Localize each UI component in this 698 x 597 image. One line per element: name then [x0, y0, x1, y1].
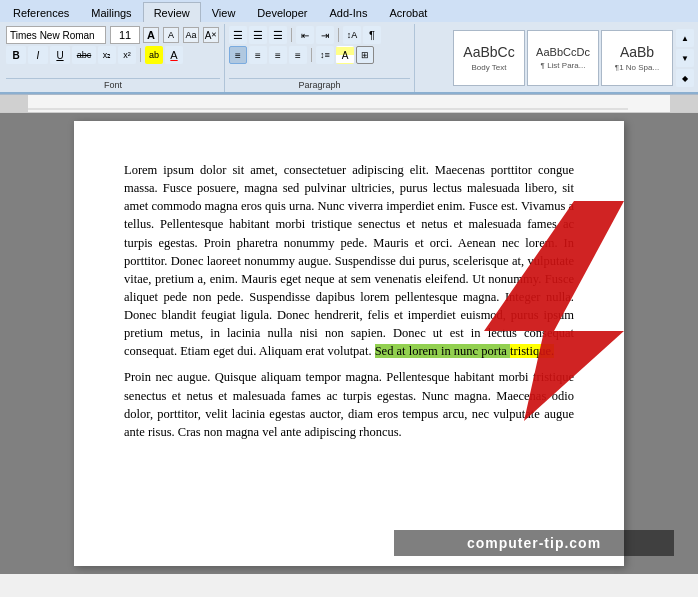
- pilcrow-button[interactable]: ¶: [363, 26, 381, 44]
- tab-review[interactable]: Review: [143, 2, 201, 22]
- paragraph-section: ☰ ☰ ☰ ⇤ ⇥ ↕A ¶ ≡ ≡ ≡ ≡ ↕≡: [225, 24, 415, 92]
- style-no-spacing-label: ¶1 No Spa...: [615, 63, 659, 72]
- increase-indent-button[interactable]: ⇥: [316, 26, 334, 44]
- styles-scroll-up[interactable]: ▲: [676, 29, 694, 47]
- style-list-para-label: ¶ List Para...: [541, 61, 586, 70]
- multilevel-list-button[interactable]: ☰: [269, 26, 287, 44]
- superscript-button[interactable]: x²: [118, 46, 136, 64]
- bold-button[interactable]: B: [6, 46, 26, 64]
- shrink-font-button[interactable]: A: [163, 27, 179, 43]
- paragraph-section-label: Paragraph: [229, 78, 410, 90]
- change-case-button[interactable]: Aa: [183, 27, 199, 43]
- subscript-button[interactable]: x₂: [98, 46, 116, 64]
- ruler-left-margin: [0, 95, 28, 112]
- font-color-button[interactable]: A: [165, 46, 183, 64]
- style-list-para-preview: AaBbCcDc: [533, 46, 593, 59]
- ribbon-body: Times New Roman 11 A A Aa A✕ B I U abc x…: [0, 22, 698, 94]
- bullets-button[interactable]: ☰: [229, 26, 247, 44]
- shading-button[interactable]: A: [336, 46, 354, 64]
- grow-font-button[interactable]: A: [143, 27, 159, 43]
- style-no-spacing[interactable]: AaBb ¶1 No Spa...: [601, 30, 673, 86]
- border-button[interactable]: ⊞: [356, 46, 374, 64]
- style-no-spacing-preview: AaBb: [607, 44, 667, 61]
- document-page: Lorem ipsum dolor sit amet, consectetuer…: [74, 121, 624, 566]
- ruler: [0, 95, 698, 113]
- clear-format-button[interactable]: A✕: [203, 27, 219, 43]
- styles-section: AaBbCc Body Text AaBbCcDc ¶ List Para...…: [415, 24, 696, 92]
- strikethrough-button[interactable]: abc: [72, 46, 96, 64]
- align-right-button[interactable]: ≡: [269, 46, 287, 64]
- italic-button[interactable]: I: [28, 46, 48, 64]
- tab-references[interactable]: References: [2, 2, 80, 22]
- styles-more[interactable]: ◆: [676, 69, 694, 87]
- font-section-label: Font: [6, 78, 220, 90]
- justify-button[interactable]: ≡: [289, 46, 307, 64]
- style-body-text[interactable]: AaBbCc Body Text: [453, 30, 525, 86]
- align-center-button[interactable]: ≡: [249, 46, 267, 64]
- tab-developer[interactable]: Developer: [246, 2, 318, 22]
- styles-scroll-controls: ▲ ▼ ◆: [676, 29, 694, 87]
- font-name-selector[interactable]: Times New Roman: [6, 26, 106, 44]
- document-area: Lorem ipsum dolor sit amet, consectetuer…: [0, 113, 698, 574]
- styles-scroll-down[interactable]: ▼: [676, 49, 694, 67]
- underline-button[interactable]: U: [50, 46, 70, 64]
- line-spacing-button[interactable]: ↕≡: [316, 46, 334, 64]
- tab-view[interactable]: View: [201, 2, 247, 22]
- tab-add-ins[interactable]: Add-Ins: [319, 2, 379, 22]
- style-body-text-label: Body Text: [472, 63, 507, 72]
- ribbon: References Mailings Review View Develope…: [0, 0, 698, 95]
- tab-mailings[interactable]: Mailings: [80, 2, 142, 22]
- numbering-button[interactable]: ☰: [249, 26, 267, 44]
- ribbon-tab-bar: References Mailings Review View Develope…: [0, 0, 698, 22]
- red-arrow: [464, 201, 644, 421]
- align-left-button[interactable]: ≡: [229, 46, 247, 64]
- text-highlight-button[interactable]: ab: [145, 46, 163, 64]
- ruler-body: [28, 95, 670, 112]
- font-size-selector[interactable]: 11: [110, 26, 140, 44]
- watermark: computer-tip.com: [394, 530, 674, 556]
- decrease-indent-button[interactable]: ⇤: [296, 26, 314, 44]
- style-body-text-preview: AaBbCc: [459, 44, 519, 61]
- tab-acrobat[interactable]: Acrobat: [378, 2, 438, 22]
- sort-button[interactable]: ↕A: [343, 26, 361, 44]
- font-section: Times New Roman 11 A A Aa A✕ B I U abc x…: [2, 24, 225, 92]
- style-list-para[interactable]: AaBbCcDc ¶ List Para...: [527, 30, 599, 86]
- svg-marker-1: [484, 201, 624, 421]
- ruler-right-margin: [670, 95, 698, 112]
